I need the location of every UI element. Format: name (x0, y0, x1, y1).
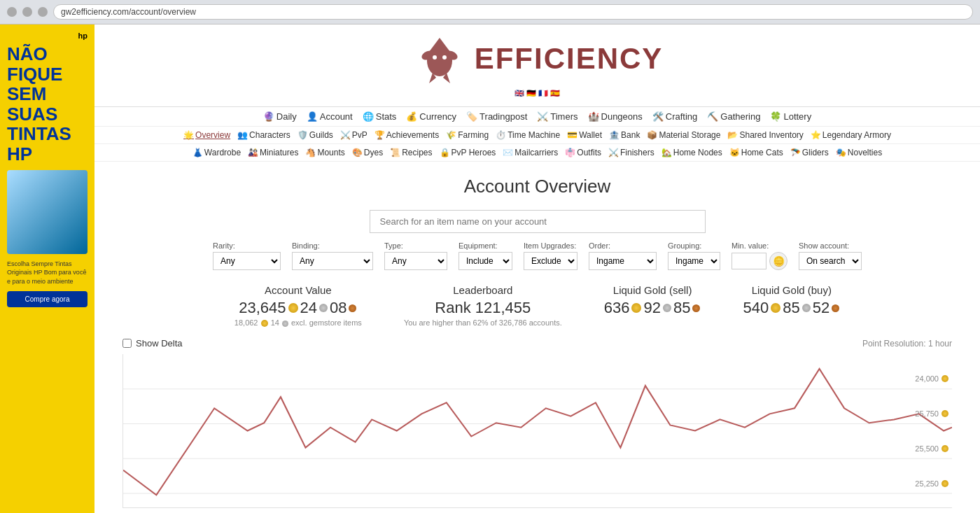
nav-gathering[interactable]: ⛏️ Gathering (707, 111, 760, 122)
account-value-sub: 18,062 14 excl. gemstore items (234, 318, 362, 327)
tertiary-nav: 👗 Wardrobe 🎎 Miniatures 🐴 Mounts 🎨 Dyes … (94, 144, 980, 162)
sub-gold-icon (261, 320, 268, 327)
item-upgrades-filter: Item Upgrades: ExcludeInclude (524, 241, 578, 270)
forward-button[interactable] (22, 7, 32, 17)
binding-select[interactable]: AnyAccount BoundSoulbound (292, 252, 373, 270)
nav-overview[interactable]: 🌟 Overview (183, 130, 230, 140)
order-filter: Order: IngameVendorTradingpost (589, 241, 657, 270)
language-flags: 🇬🇧 🇩🇪 🇫🇷 🇪🇸 (102, 89, 973, 98)
nav-mailcarriers[interactable]: ✉️ Mailcarriers (503, 148, 558, 157)
nav-lottery[interactable]: 🍀 Lottery (770, 111, 811, 122)
min-value-filter: Min. value: 0 🪙 (732, 241, 788, 270)
liquid-gold-sell-value: 636 92 85 (604, 299, 701, 317)
nav-daily[interactable]: 🔮 Daily (263, 111, 297, 122)
item-upgrades-select[interactable]: ExcludeInclude (524, 252, 578, 270)
sub-silver-icon (282, 321, 288, 327)
page-title: Account Overview (122, 176, 952, 197)
nav-stats[interactable]: 🌐 Stats (363, 111, 397, 122)
main-content: EFFICIENCY 🇬🇧 🇩🇪 🇫🇷 🇪🇸 🔮 Daily 👤 Account… (94, 24, 980, 513)
nav-tradingpost[interactable]: 🏷️ Tradingpost (466, 111, 527, 122)
nav-achievements[interactable]: 🏆 Achievements (374, 130, 439, 140)
nav-dyes[interactable]: 🎨 Dyes (352, 148, 383, 157)
nav-home-nodes[interactable]: 🏡 Home Nodes (662, 148, 722, 157)
type-select[interactable]: AnyArmorWeapon (384, 252, 447, 270)
show-delta-checkbox[interactable] (122, 339, 132, 348)
nav-characters[interactable]: 👥 Characters (237, 130, 290, 140)
nav-crafting[interactable]: 🛠️ Crafting (652, 111, 698, 122)
binding-filter: Binding: AnyAccount BoundSoulbound (292, 241, 373, 270)
nav-wallet[interactable]: 💳 Wallet (567, 130, 602, 140)
nav-legendary-armory[interactable]: ⭐ Legendary Armory (811, 130, 891, 140)
rarity-label: Rarity: (213, 241, 281, 250)
search-input[interactable] (370, 210, 706, 233)
nav-bank[interactable]: 🏦 Bank (609, 130, 640, 140)
order-label: Order: (589, 241, 657, 250)
account-value-value: 23,645 24 08 (234, 299, 362, 317)
nav-gliders[interactable]: 🪂 Gliders (790, 148, 829, 157)
nav-time-machine[interactable]: ⏱️ Time Machine (496, 130, 560, 140)
browser-chrome: gw2efficiency.com/account/overview (0, 0, 980, 24)
nav-material-storage[interactable]: 📦 Material Storage (647, 130, 720, 140)
show-delta-label: Show Delta (136, 338, 182, 349)
refresh-button[interactable] (38, 7, 48, 17)
liquid-gold-sell-label: Liquid Gold (sell) (604, 284, 701, 296)
nav-guilds[interactable]: 🛡️ Guilds (298, 130, 333, 140)
nav-pvp[interactable]: ⚔️ PvP (340, 130, 368, 140)
equipment-label: Equipment: (458, 241, 512, 250)
nav-wardrobe[interactable]: 👗 Wardrobe (192, 148, 241, 157)
nav-dungeons[interactable]: 🏰 Dungeons (588, 111, 643, 122)
show-account-filter: Show account: On searchAlwaysNever (799, 241, 862, 270)
ad-brand: hp (7, 31, 88, 40)
nav-shared-inventory[interactable]: 📂 Shared Inventory (727, 130, 803, 140)
chart-svg (123, 354, 952, 507)
site-name: EFFICIENCY (475, 42, 664, 76)
min-value-coin-btn[interactable]: 🪙 (769, 252, 788, 270)
grouping-filter: Grouping: IngameNone (668, 241, 720, 270)
nav-pvp-heroes[interactable]: 🔒 PvP Heroes (440, 148, 496, 157)
ad-cta-button[interactable]: Compre agora (7, 291, 88, 307)
equipment-select[interactable]: IncludeExcludeOnly (458, 252, 512, 270)
binding-label: Binding: (292, 241, 373, 250)
silver-coin-icon (319, 304, 328, 312)
filters-row: Rarity: AnyJunkBasicFine MasterworkRareE… (122, 241, 952, 270)
nav-home-cats[interactable]: 🐱 Home Cats (729, 148, 783, 157)
copper-coin-icon (349, 304, 356, 312)
buy-silver-icon (802, 304, 811, 312)
nav-recipes[interactable]: 📜 Recipes (390, 148, 432, 157)
svg-point-6 (433, 55, 437, 59)
show-account-label: Show account: (799, 241, 862, 250)
search-container (122, 210, 952, 233)
leaderboard-sub: You are higher than 62% of 326,786 accou… (404, 318, 562, 327)
type-filter: Type: AnyArmorWeapon (384, 241, 447, 270)
show-account-select[interactable]: On searchAlwaysNever (799, 252, 862, 270)
order-select[interactable]: IngameVendorTradingpost (589, 252, 657, 270)
url-bar[interactable]: gw2efficiency.com/account/overview (53, 4, 973, 20)
show-delta-toggle[interactable]: Show Delta (122, 338, 182, 349)
secondary-nav: 🌟 Overview 👥 Characters 🛡️ Guilds ⚔️ PvP… (94, 127, 980, 144)
svg-point-7 (442, 55, 447, 59)
ad-headline: NÃO FIQUE SEM SUAS TINTAS HP (7, 44, 88, 164)
nav-novelties[interactable]: 🎭 Novelties (836, 148, 882, 157)
chart-container (122, 354, 952, 508)
nav-account[interactable]: 👤 Account (307, 111, 353, 122)
nav-currency[interactable]: 💰 Currency (406, 111, 456, 122)
back-button[interactable] (7, 7, 17, 17)
nav-farming[interactable]: 🌾 Farming (446, 130, 489, 140)
nav-miniatures[interactable]: 🎎 Miniatures (248, 148, 298, 157)
account-value-label: Account Value (234, 284, 362, 296)
ad-body: Escolha Sempre Tintas Originais HP Bom p… (7, 260, 88, 286)
min-value-input[interactable]: 0 (732, 253, 766, 269)
rarity-select[interactable]: AnyJunkBasicFine MasterworkRareExotic As… (213, 252, 281, 270)
liquid-gold-buy-value: 540 85 52 (743, 299, 840, 317)
nav-mounts[interactable]: 🐴 Mounts (305, 148, 344, 157)
grouping-select[interactable]: IngameNone (668, 252, 720, 270)
liquid-gold-buy-label: Liquid Gold (buy) (743, 284, 840, 296)
sell-silver-icon (663, 304, 671, 312)
nav-finishers[interactable]: ⚔️ Finishers (608, 148, 654, 157)
nav-outfits[interactable]: 👘 Outfits (565, 148, 601, 157)
chart-wrapper: 24,000 25,750 25,500 25,250 (122, 354, 952, 508)
liquid-gold-buy-stat: Liquid Gold (buy) 540 85 52 (743, 284, 840, 327)
primary-nav: 🔮 Daily 👤 Account 🌐 Stats 💰 Currency 🏷️ … (94, 107, 980, 127)
gold-coin-icon (288, 303, 298, 313)
nav-timers[interactable]: ⚔️ Timers (537, 111, 578, 122)
